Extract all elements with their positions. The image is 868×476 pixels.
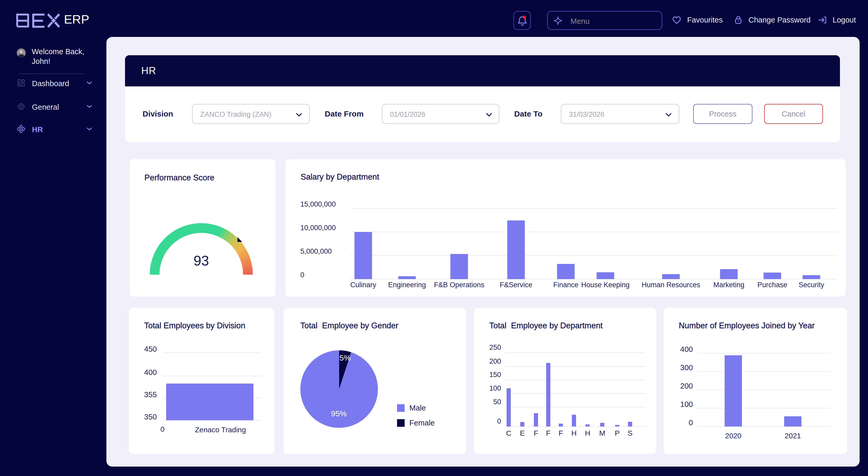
svg-text:Security: Security xyxy=(799,281,824,289)
svg-text:House Keeping: House Keeping xyxy=(581,281,630,289)
svg-text:100: 100 xyxy=(680,400,693,408)
svg-text:Female: Female xyxy=(409,419,435,427)
svg-text:0: 0 xyxy=(497,417,501,425)
svg-text:S: S xyxy=(628,429,633,437)
svg-text:250: 250 xyxy=(489,343,501,351)
svg-text:355: 355 xyxy=(144,390,157,399)
svg-text:E: E xyxy=(520,429,525,437)
svg-text:2020: 2020 xyxy=(725,432,741,440)
svg-text:F: F xyxy=(558,429,563,437)
svg-text:200: 200 xyxy=(489,358,501,365)
svg-text:200: 200 xyxy=(680,382,693,390)
svg-text:450: 450 xyxy=(144,345,157,353)
svg-text:100: 100 xyxy=(489,384,501,392)
svg-text:P: P xyxy=(615,429,620,437)
svg-text:350: 350 xyxy=(144,413,157,421)
svg-text:Male: Male xyxy=(409,404,426,412)
svg-text:0: 0 xyxy=(300,271,304,279)
svg-text:Finance: Finance xyxy=(553,281,579,289)
svg-text:F&Service: F&Service xyxy=(500,281,532,289)
svg-text:15,000,000: 15,000,000 xyxy=(300,200,336,208)
svg-text:Engineering: Engineering xyxy=(388,281,426,289)
svg-text:H: H xyxy=(585,429,590,437)
svg-text:F: F xyxy=(546,429,550,437)
svg-text:H: H xyxy=(571,429,577,437)
svg-text:95%: 95% xyxy=(331,409,347,418)
svg-text:C: C xyxy=(506,429,511,437)
svg-text:2021: 2021 xyxy=(785,432,801,440)
svg-text:Purchase: Purchase xyxy=(757,281,787,289)
svg-text:300: 300 xyxy=(680,364,693,372)
svg-text:M: M xyxy=(599,429,605,437)
svg-text:150: 150 xyxy=(489,371,501,379)
svg-text:5%: 5% xyxy=(339,353,351,362)
svg-text:5,000,000: 5,000,000 xyxy=(300,247,332,255)
svg-text:Culinary: Culinary xyxy=(350,281,376,289)
svg-text:50: 50 xyxy=(493,398,501,406)
svg-text:0: 0 xyxy=(689,418,693,427)
svg-text:400: 400 xyxy=(144,368,157,376)
svg-text:93: 93 xyxy=(194,253,209,268)
svg-text:400: 400 xyxy=(680,345,693,353)
svg-text:F&B Operations: F&B Operations xyxy=(434,281,484,289)
svg-text:0: 0 xyxy=(160,425,164,433)
svg-text:Zenaco Trading: Zenaco Trading xyxy=(195,426,246,434)
svg-text:Marketing: Marketing xyxy=(713,281,745,289)
svg-text:Human Resources: Human Resources xyxy=(642,281,700,289)
svg-text:ERP: ERP xyxy=(64,12,89,26)
svg-text:10,000,000: 10,000,000 xyxy=(300,224,336,232)
svg-text:F: F xyxy=(534,429,538,437)
